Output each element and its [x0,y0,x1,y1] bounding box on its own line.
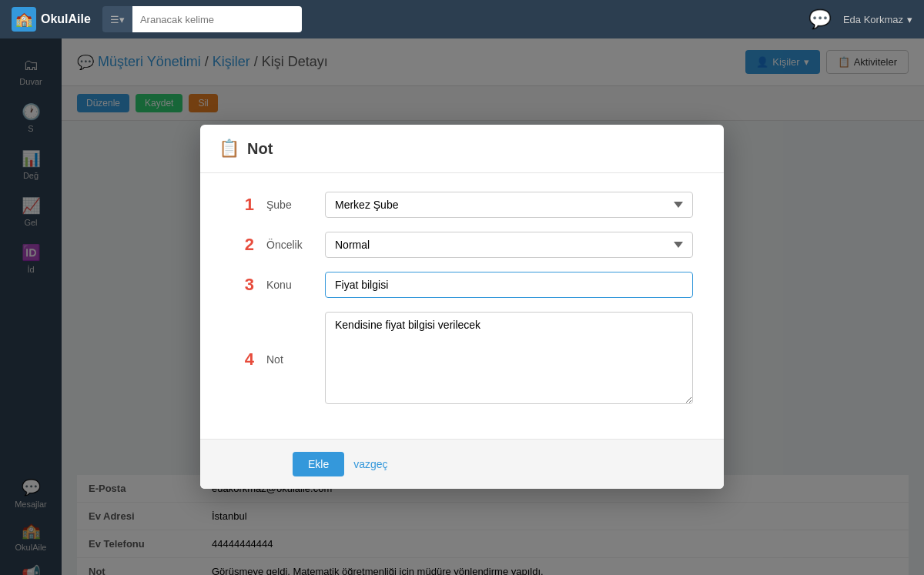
form-row-not: 4 Not Kendisine fiyat bilgisi verilecek [231,312,693,406]
user-menu[interactable]: Eda Korkmaz ▾ [843,14,912,25]
oncelik-select[interactable]: Normal Yüksek Düşük [325,232,693,258]
modal-title: Not [247,140,273,158]
search-wrapper: ☰▾ [102,6,302,32]
search-menu-button[interactable]: ☰▾ [102,6,132,32]
label-konu: Konu [266,279,313,291]
not-textarea[interactable]: Kendisine fiyat bilgisi verilecek [325,312,693,404]
konu-input[interactable] [325,272,693,298]
brand-name: OkulAile [41,12,91,26]
brand[interactable]: 🏫 OkulAile [12,7,91,32]
form-row-konu: 3 Konu [231,272,693,298]
step-3: 3 [231,275,254,295]
form-row-oncelik: 2 Öncelik Normal Yüksek Düşük [231,232,693,258]
label-oncelik: Öncelik [266,239,313,251]
modal-header: 📋 Not [200,125,724,173]
modal-dialog: 📋 Not 1 Şube Merkez Şube Şube 1 Şube 2 2 [200,125,724,489]
user-name: Eda Korkmaz [843,14,903,25]
user-dropdown-icon: ▾ [907,14,912,25]
chat-icon[interactable]: 💬 [808,8,832,30]
modal-overlay[interactable]: 📋 Not 1 Şube Merkez Şube Şube 1 Şube 2 2 [0,38,924,575]
not-control: Kendisine fiyat bilgisi verilecek [325,312,693,406]
form-row-sube: 1 Şube Merkez Şube Şube 1 Şube 2 [231,192,693,218]
konu-control [325,272,693,298]
navbar: 🏫 OkulAile ☰▾ 💬 Eda Korkmaz ▾ [0,0,924,38]
modal-footer: Ekle vazgeç [200,439,724,489]
label-sube: Şube [266,199,313,211]
vazgec-link[interactable]: vazgeç [353,458,387,470]
step-1: 1 [231,195,254,215]
oncelik-control: Normal Yüksek Düşük [325,232,693,258]
ekle-button[interactable]: Ekle [293,452,344,476]
step-4: 4 [231,349,254,369]
step-2: 2 [231,235,254,255]
sube-select[interactable]: Merkez Şube Şube 1 Şube 2 [325,192,693,218]
modal-body: 1 Şube Merkez Şube Şube 1 Şube 2 2 Öncel… [200,173,724,439]
menu-icon: ☰▾ [110,14,125,25]
note-icon: 📋 [219,139,239,159]
sube-control: Merkez Şube Şube 1 Şube 2 [325,192,693,218]
brand-icon: 🏫 [12,7,36,32]
search-input[interactable] [132,6,302,32]
label-not: Not [266,353,313,366]
